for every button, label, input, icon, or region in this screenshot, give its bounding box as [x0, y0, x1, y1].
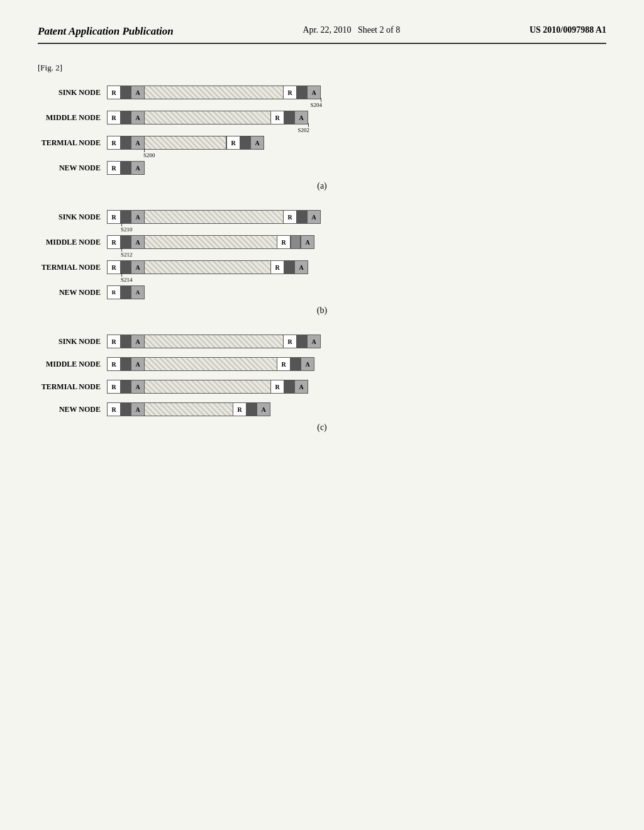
node-row-middle-c: MIDDLE NODE R A R A	[38, 357, 606, 371]
cell-r2: R	[233, 402, 247, 416]
cell-a: A	[131, 210, 145, 224]
node-row-sink-b: SINK NODE R A R A S210	[38, 210, 606, 224]
cell-a: A	[131, 86, 145, 99]
tick-mark-s202	[308, 123, 309, 127]
cell-a2: A	[250, 136, 264, 150]
cell-r2: R	[283, 86, 297, 99]
node-row-new-b: NEW NODE R A	[38, 285, 606, 299]
cell-a: A	[131, 285, 145, 299]
node-row-termial-a: TERMIAL NODE R A R A S200	[38, 136, 606, 150]
tick-mark-s210	[121, 223, 122, 226]
sink-node-label-a: SINK NODE	[38, 88, 107, 97]
cell-r2: R	[270, 260, 284, 274]
cell-a2: A	[294, 380, 308, 394]
date-sheet-info: Apr. 22, 2010 Sheet 2 of 8	[303, 25, 400, 35]
tick-mark-s214	[121, 273, 122, 277]
cell-r: R	[107, 357, 121, 371]
cell-a: A	[131, 136, 145, 150]
cell-a2: A	[307, 335, 321, 348]
cell-r: R	[107, 402, 121, 416]
new-node-bar-b: R A	[107, 285, 145, 299]
cell-dark2	[291, 235, 301, 249]
cell-dark	[121, 111, 131, 124]
cell-r2: R	[270, 380, 284, 394]
termial-node-bar-b: R A R A S214	[107, 260, 308, 274]
cell-gap	[145, 260, 270, 274]
cell-a: A	[131, 161, 145, 175]
page: Patent Application Publication Apr. 22, …	[0, 0, 644, 830]
cell-dark2	[297, 335, 307, 348]
termial-node-bar-a: R A R A S200	[107, 136, 264, 150]
cell-dark	[121, 235, 131, 249]
tick-s210: S210	[121, 226, 133, 233]
cell-dark2	[284, 380, 294, 394]
sink-node-bar-c: R A R A	[107, 335, 321, 348]
tick-mark-s200	[144, 148, 145, 152]
cell-r: R	[107, 235, 121, 249]
cell-dark	[121, 136, 131, 150]
node-row-sink-a: SINK NODE R A R A S204	[38, 86, 606, 99]
cell-dark2	[240, 136, 250, 150]
middle-node-label-c: MIDDLE NODE	[38, 360, 107, 369]
patent-number: US 2010/0097988 A1	[530, 25, 606, 35]
cell-dark2	[284, 260, 294, 274]
cell-gap	[145, 86, 283, 99]
new-node-bar-a: R A	[107, 161, 145, 175]
cell-r2: R	[277, 357, 291, 371]
sink-node-label-b: SINK NODE	[38, 213, 107, 222]
section-c: SINK NODE R A R A MIDDLE NODE R A R A	[38, 335, 606, 433]
cell-a2: A	[307, 210, 321, 224]
cell-a: A	[131, 260, 145, 274]
cell-r: R	[107, 210, 121, 224]
cell-dark	[121, 335, 131, 348]
middle-node-label-a: MIDDLE NODE	[38, 113, 107, 123]
tick-s214: S214	[121, 277, 133, 283]
cell-r2: R	[283, 210, 297, 224]
cell-gap	[145, 335, 283, 348]
cell-gap	[145, 136, 226, 150]
cell-gap	[145, 402, 233, 416]
node-row-sink-c: SINK NODE R A R A	[38, 335, 606, 348]
tick-s212: S212	[121, 252, 133, 258]
cell-gap	[145, 380, 270, 394]
cell-dark	[121, 380, 131, 394]
cell-dark	[121, 285, 131, 299]
cell-a: A	[131, 235, 145, 249]
cell-a2: A	[294, 260, 308, 274]
section-b: SINK NODE R A R A S210 MIDDLE NODE R A	[38, 210, 606, 316]
cell-r: R	[107, 161, 121, 175]
new-node-bar-c: R A R A	[107, 402, 270, 416]
cell-gap	[145, 357, 277, 371]
caption-a: (a)	[38, 181, 606, 191]
node-row-middle-b: MIDDLE NODE R A R A S212	[38, 235, 606, 249]
cell-r2: R	[277, 235, 291, 249]
section-a: SINK NODE R A R A S204 MIDDLE NODE R A	[38, 86, 606, 191]
publication-label: Patent Application Publication	[38, 25, 174, 38]
new-node-label-a: NEW NODE	[38, 163, 107, 173]
cell-a2: A	[307, 86, 321, 99]
new-node-label-c: NEW NODE	[38, 405, 107, 414]
cell-dark	[121, 402, 131, 416]
cell-a2: A	[257, 402, 270, 416]
cell-dark	[121, 161, 131, 175]
termial-node-label-c: TERMIAL NODE	[38, 382, 107, 392]
new-node-label-b: NEW NODE	[38, 288, 107, 297]
cell-dark	[121, 357, 131, 371]
caption-c: (c)	[38, 423, 606, 433]
cell-dark	[121, 210, 131, 224]
cell-a: A	[131, 335, 145, 348]
cell-r: R	[107, 111, 121, 124]
cell-r: R	[107, 285, 121, 299]
middle-node-bar-c: R A R A	[107, 357, 314, 371]
cell-a2: A	[294, 111, 308, 124]
cell-dark	[121, 260, 131, 274]
cell-r: R	[107, 136, 121, 150]
cell-r: R	[107, 335, 121, 348]
middle-node-bar-a: R A R A S202	[107, 111, 308, 124]
cell-a2: A	[301, 235, 314, 249]
page-header: Patent Application Publication Apr. 22, …	[38, 25, 606, 44]
cell-dark	[121, 86, 131, 99]
node-row-termial-c: TERMIAL NODE R A R A	[38, 380, 606, 394]
node-row-termial-b: TERMIAL NODE R A R A S214	[38, 260, 606, 274]
cell-dark2	[297, 210, 307, 224]
